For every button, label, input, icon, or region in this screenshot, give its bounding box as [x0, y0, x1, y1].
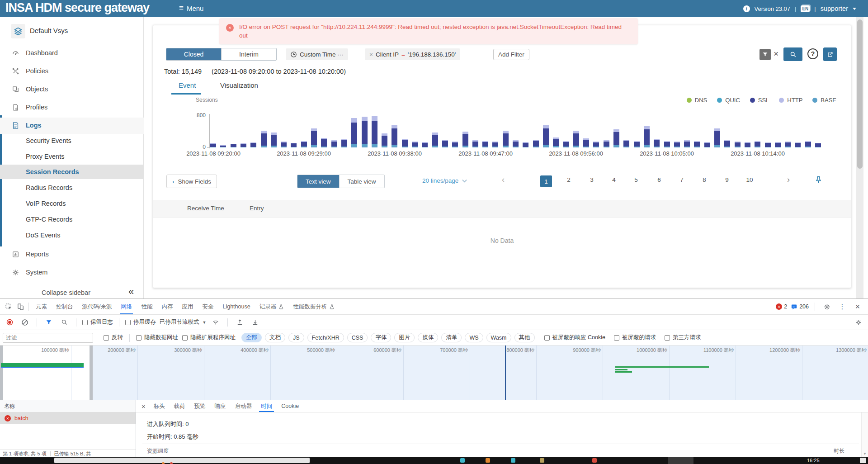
- menu-button[interactable]: ≡ Menu: [179, 4, 203, 13]
- devtools-tab-网络[interactable]: 网络: [116, 299, 137, 314]
- table-view-button[interactable]: Table view: [339, 175, 384, 188]
- remove-filter-icon[interactable]: ×: [369, 51, 373, 58]
- taskbar-app-icon[interactable]: [540, 458, 544, 463]
- device-toolbar-icon[interactable]: [14, 301, 26, 312]
- taskbar-app-icon[interactable]: [460, 458, 465, 463]
- show-desktop-button[interactable]: [860, 458, 866, 463]
- network-filter-icon[interactable]: [43, 317, 55, 328]
- user-menu[interactable]: supporter: [821, 5, 848, 12]
- info-icon[interactable]: i: [743, 5, 750, 12]
- page-button-10[interactable]: 10: [746, 176, 753, 183]
- tab-visualization[interactable]: Visualization: [220, 81, 258, 89]
- sidebar-item-policies[interactable]: Policies: [0, 63, 144, 79]
- pin-icon[interactable]: [814, 175, 823, 184]
- devtools-tab-记录器[interactable]: 记录器: [255, 299, 289, 314]
- taskbar-app-icon[interactable]: [486, 458, 490, 463]
- legend-item-http[interactable]: HTTP: [779, 97, 802, 104]
- preserve-log-checkbox[interactable]: 保留日志: [82, 318, 113, 326]
- sidebar-item-gtp-c-records[interactable]: GTP-C Records: [0, 212, 144, 227]
- legend-item-base[interactable]: BASE: [812, 97, 836, 104]
- detail-tab-预览[interactable]: 预览: [190, 400, 210, 412]
- legend-item-quic[interactable]: QUIC: [717, 97, 740, 104]
- network-conditions-icon[interactable]: [210, 317, 222, 328]
- clear-network-log-icon[interactable]: [19, 317, 31, 328]
- sidebar-item-profiles[interactable]: Profiles: [0, 99, 144, 115]
- resource-type-pill-css[interactable]: CSS: [347, 333, 368, 342]
- scrollbar-thumb[interactable]: [857, 19, 863, 169]
- devtools-settings-icon[interactable]: [821, 301, 833, 312]
- devtools-tab-元素[interactable]: 元素: [31, 299, 52, 314]
- hide-data-urls-checkbox[interactable]: 隐藏数据网址: [136, 334, 178, 341]
- clear-search-icon[interactable]: ×: [774, 49, 778, 59]
- resource-type-pill--[interactable]: 媒体: [418, 333, 438, 342]
- resource-type-pill-fetch-xhr[interactable]: Fetch/XHR: [307, 333, 344, 342]
- network-overview-timeline[interactable]: 100000 毫秒200000 毫秒300000 毫秒400000 毫秒5000…: [0, 346, 868, 400]
- prev-page-button[interactable]: ‹: [502, 175, 505, 185]
- closed-toggle[interactable]: Closed: [166, 48, 221, 60]
- sidebar-item-dos-events[interactable]: DoS Events: [0, 228, 144, 242]
- resource-type-pill--[interactable]: 文档: [265, 333, 285, 342]
- network-search-icon[interactable]: [58, 317, 70, 328]
- devtools-tab-Lighthouse[interactable]: Lighthouse: [218, 299, 255, 314]
- export-har-icon[interactable]: [249, 317, 261, 328]
- devtools-tab-内存[interactable]: 内存: [157, 299, 177, 314]
- page-button-1[interactable]: 1: [540, 175, 552, 187]
- page-button-9[interactable]: 9: [725, 176, 729, 183]
- resource-type-pill-js[interactable]: JS: [288, 333, 304, 342]
- help-button[interactable]: ?: [807, 48, 818, 59]
- sidebar-item-reports[interactable]: Reports: [0, 246, 144, 262]
- detail-tab-Cookie[interactable]: Cookie: [277, 400, 303, 412]
- blocked-requests-checkbox[interactable]: 被屏蔽的请求: [614, 334, 656, 341]
- page-button-4[interactable]: 4: [612, 176, 616, 183]
- show-fields-button[interactable]: › Show Fields: [166, 175, 217, 188]
- throttling-select[interactable]: 已停用节流模式 ▼: [160, 318, 206, 326]
- invert-filter-checkbox[interactable]: 反转: [104, 334, 123, 341]
- search-button[interactable]: [783, 47, 802, 61]
- taskbar-search-field[interactable]: [54, 458, 310, 463]
- third-party-checkbox[interactable]: 第三方请求: [665, 334, 701, 341]
- resource-type-pill--[interactable]: 清单: [441, 333, 462, 342]
- legend-item-dns[interactable]: DNS: [687, 97, 707, 104]
- interim-toggle[interactable]: Interim: [221, 48, 276, 60]
- page-button-3[interactable]: 3: [590, 176, 594, 183]
- detail-tab-启动器[interactable]: 启动器: [231, 400, 257, 412]
- resource-type-pill-wasm[interactable]: Wasm: [486, 333, 511, 342]
- overview-left-handle[interactable]: [0, 346, 3, 400]
- detail-tab-时间[interactable]: 时间: [256, 400, 277, 412]
- page-button-6[interactable]: 6: [657, 176, 661, 183]
- page-button-7[interactable]: 7: [680, 176, 684, 183]
- resource-type-pill--[interactable]: 字体: [371, 333, 391, 342]
- language-icon[interactable]: EN: [801, 5, 810, 12]
- page-size-select[interactable]: 20 lines/page: [422, 177, 467, 184]
- resource-type-pill--[interactable]: 图片: [394, 333, 415, 342]
- sidebar-item-voip-records[interactable]: VoIP Records: [0, 196, 144, 211]
- page-button-2[interactable]: 2: [567, 176, 571, 183]
- chevron-down-icon[interactable]: [853, 8, 856, 10]
- devtools-tab-安全[interactable]: 安全: [198, 299, 218, 314]
- sidebar-item-security-events[interactable]: Security Events: [0, 133, 144, 148]
- taskbar-app-icon[interactable]: [511, 458, 515, 463]
- page-button-5[interactable]: 5: [634, 176, 638, 183]
- custom-time-chip[interactable]: Custom Time ···: [286, 48, 348, 60]
- text-view-button[interactable]: Text view: [297, 175, 339, 188]
- sidebar-item-proxy-events[interactable]: Proxy Events: [0, 149, 144, 164]
- blocked-cookies-checkbox[interactable]: 被屏蔽的响应 Cookie: [544, 334, 605, 341]
- page-scrollbar[interactable]: [856, 17, 863, 298]
- resource-type-pill--[interactable]: 其他: [514, 333, 535, 342]
- filter-funnel-button[interactable]: [760, 49, 771, 60]
- close-devtools-icon[interactable]: ×: [852, 301, 863, 312]
- import-har-icon[interactable]: [234, 317, 245, 328]
- taskbar-app-icon[interactable]: [592, 458, 597, 463]
- detail-tab-载荷[interactable]: 载荷: [170, 400, 190, 412]
- request-row-batch[interactable]: × batch: [0, 412, 136, 424]
- disable-cache-checkbox[interactable]: 停用缓存: [125, 318, 156, 326]
- close-detail-icon[interactable]: ×: [138, 400, 149, 412]
- console-errors-badge[interactable]: × 2: [776, 303, 787, 310]
- detail-tab-响应[interactable]: 响应: [210, 400, 231, 412]
- hide-extension-urls-checkbox[interactable]: 隐藏扩展程序网址: [182, 334, 236, 341]
- devtools-tab-源代码/来源[interactable]: 源代码/来源: [78, 299, 117, 314]
- network-settings-gear-icon[interactable]: [853, 317, 864, 328]
- resource-type-pill-ws[interactable]: WS: [465, 333, 483, 342]
- sessions-bar-chart[interactable]: [210, 116, 834, 147]
- overview-right-handle[interactable]: [90, 346, 93, 400]
